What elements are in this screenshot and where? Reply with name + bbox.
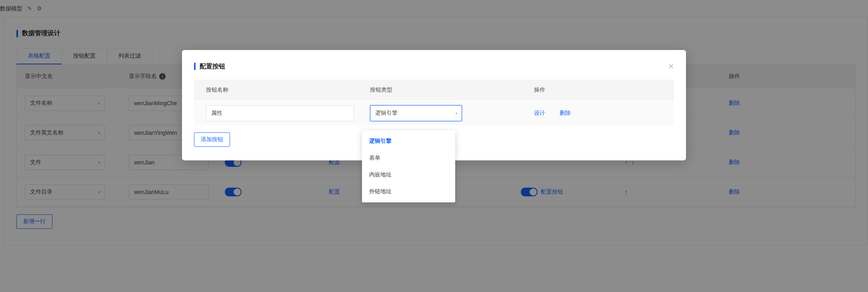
- button-type-select[interactable]: 逻辑引擎 ▾: [370, 105, 462, 121]
- modal-table-row: 属性 逻辑引擎 ▾ 设计 删除: [194, 100, 674, 125]
- modal-title: 配置按钮: [200, 62, 225, 71]
- mth-name: 按钮名称: [198, 86, 362, 94]
- button-type-dropdown: 逻辑引擎 表单 内嵌地址 外链地址: [362, 130, 455, 202]
- dropdown-option[interactable]: 外链地址: [362, 183, 455, 200]
- design-link[interactable]: 设计: [534, 110, 545, 117]
- dropdown-option[interactable]: 内嵌地址: [362, 166, 455, 183]
- mth-type: 按钮类型: [362, 86, 526, 94]
- close-icon[interactable]: ✕: [668, 62, 674, 71]
- mth-op: 操作: [526, 86, 670, 94]
- button-name-input[interactable]: 属性: [206, 105, 354, 121]
- dropdown-option[interactable]: 逻辑引擎: [362, 133, 455, 150]
- dropdown-option[interactable]: 表单: [362, 150, 455, 166]
- add-button-button[interactable]: 添加按钮: [194, 132, 230, 147]
- delete-link[interactable]: 删除: [560, 110, 571, 117]
- title-accent: [194, 63, 196, 70]
- modal-table-header: 按钮名称 按钮类型 操作: [194, 80, 674, 100]
- chevron-up-icon: ▾: [455, 110, 458, 116]
